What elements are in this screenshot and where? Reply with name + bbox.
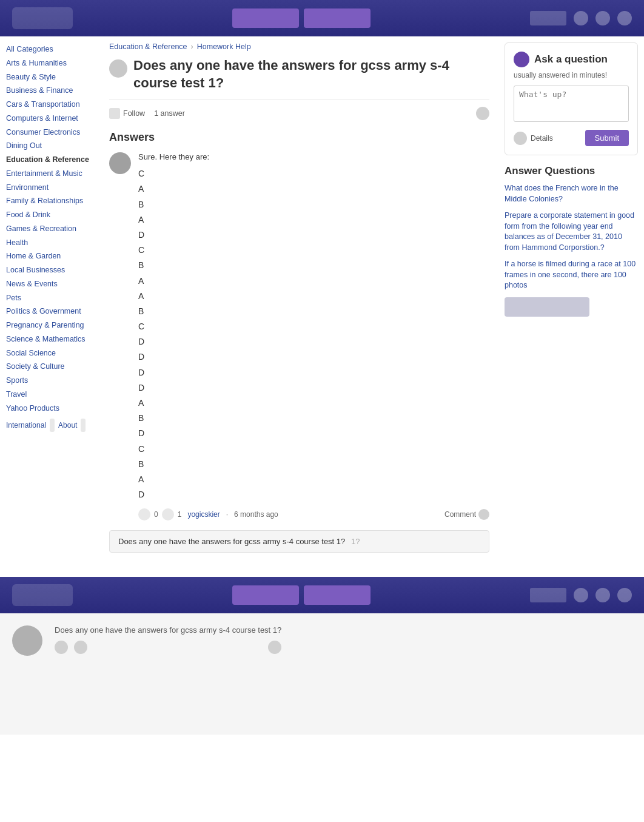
footer-btn1[interactable] [232, 585, 299, 605]
sidebar-item-beauty[interactable]: Beauty & Style [6, 70, 94, 84]
answer-questions-title: Answer Questions [505, 165, 638, 177]
related-question: Does any one have the answers for gcss a… [109, 530, 489, 553]
submit-button[interactable]: Submit [585, 130, 629, 146]
sidebar-item-dining[interactable]: Dining Out [6, 139, 94, 153]
sidebar-item-social[interactable]: Social Science [6, 346, 94, 360]
sidebar-item-cars[interactable]: Cars & Transportation [6, 98, 94, 112]
main-content: Education & Reference › Homework Help Do… [100, 42, 498, 553]
sidebar-item-consumer[interactable]: Consumer Electronics [6, 126, 94, 140]
sidebar-item-entertainment[interactable]: Entertainment & Music [6, 167, 94, 181]
sidebar-item-health[interactable]: Health [6, 236, 94, 250]
sidebar-item-news[interactable]: News & Events [6, 277, 94, 291]
sidebar-item-pregnancy[interactable]: Pregnancy & Parenting [6, 318, 94, 332]
answer-question-link-2[interactable]: Prepare a corporate statement in good fo… [505, 211, 638, 253]
answer-intro: Sure. Here they are: [138, 152, 489, 161]
downvote-count: 1 [178, 510, 182, 519]
sidebar-item-games[interactable]: Games & Recreation [6, 222, 94, 236]
upvote-button[interactable] [138, 508, 150, 520]
sidebar-item-science[interactable]: Science & Mathematics [6, 332, 94, 346]
answerer-avatar [109, 152, 131, 174]
about-badge [81, 419, 86, 432]
sidebar-item-education[interactable]: Education & Reference [6, 153, 94, 167]
footer-right [530, 588, 632, 602]
sidebar-item-yahoo[interactable]: Yahoo Products [6, 402, 94, 416]
answer-author[interactable]: yogicskier [187, 510, 220, 519]
sidebar-item-family[interactable]: Family & Relationships [6, 194, 94, 208]
international-badge [50, 419, 55, 432]
downvote-button[interactable] [162, 508, 174, 520]
sidebar-item-arts[interactable]: Arts & Humanities [6, 56, 94, 70]
sidebar-item-local[interactable]: Local Businesses [6, 263, 94, 277]
footer-btn2[interactable] [304, 585, 371, 605]
answer-item: Sure. Here they are: CABADCBAABCDDDDABDC… [109, 152, 489, 520]
ask-box: Ask a question usually answered in minut… [505, 42, 638, 155]
sidebar-about[interactable]: About [58, 419, 77, 432]
header-icon-2[interactable] [595, 11, 610, 25]
upvote-count: 0 [154, 510, 158, 519]
sidebar-item-computers[interactable]: Computers & Internet [6, 112, 94, 126]
signin-button[interactable] [232, 8, 299, 28]
sidebar-item-business[interactable]: Business & Finance [6, 84, 94, 98]
answer-questions-box: Answer Questions What does the French wo… [505, 165, 638, 317]
question-header: Does any one have the answers for gcss a… [109, 57, 489, 99]
ask-footer: Details Submit [514, 130, 629, 146]
header-icon-3[interactable] [617, 11, 632, 25]
sidebar-item-sports[interactable]: Sports [6, 374, 94, 388]
follow-icon [109, 108, 120, 119]
sidebar-bottom: International About [6, 419, 94, 432]
footer-icon-3[interactable] [617, 588, 632, 602]
answer-time: · [226, 510, 228, 519]
header-icon-1[interactable] [574, 11, 588, 25]
ask-icon [514, 52, 529, 67]
footer-logo [12, 584, 73, 606]
related-question-text: Does any one have the answers for gcss a… [118, 537, 345, 546]
ask-details-icon [514, 132, 527, 145]
footer-content: Does any one have the answers for gcss a… [12, 625, 632, 656]
page-container: All Categories Arts & Humanities Beauty … [0, 36, 644, 553]
footer-vote-2[interactable] [74, 641, 87, 654]
answers-section: Answers Sure. Here they are: CABADCBAABC… [109, 131, 489, 520]
sidebar-item-food[interactable]: Food & Drink [6, 208, 94, 222]
footer-question-text: Does any one have the answers for gcss a… [55, 625, 281, 635]
sidebar-item-all-categories[interactable]: All Categories [6, 42, 94, 56]
sidebar-item-politics[interactable]: Politics & Government [6, 305, 94, 318]
related-question-suffix: 1? [351, 537, 360, 546]
footer-icon-2[interactable] [595, 588, 610, 602]
signup-button[interactable] [304, 8, 371, 28]
header-logo [12, 7, 73, 29]
question-actions: Follow 1 answer [109, 107, 489, 120]
comment-icon[interactable] [478, 509, 489, 520]
sidebar-item-travel[interactable]: Travel [6, 388, 94, 402]
breadcrumb-sep-1: › [191, 42, 193, 51]
footer-icon-1[interactable] [574, 588, 588, 602]
footer-vote-1[interactable] [55, 641, 68, 654]
vote-section: 0 1 [138, 508, 181, 520]
header-text [530, 11, 566, 25]
follow-button[interactable]: Follow [109, 108, 145, 119]
breadcrumb-homework[interactable]: Homework Help [197, 42, 251, 51]
sidebar: All Categories Arts & Humanities Beauty … [0, 42, 100, 553]
footer-share-icon[interactable] [268, 641, 281, 654]
footer-avatar [12, 625, 42, 656]
footer-center [232, 585, 371, 605]
answer-timestamp: 6 months ago [234, 510, 278, 519]
footer-header [0, 577, 644, 613]
answer-question-link-1[interactable]: What does the French wore in the Middle … [505, 183, 638, 204]
answer-question-link-3[interactable]: If a horse is filmed during a race at 10… [505, 259, 638, 291]
share-icon[interactable] [476, 107, 489, 120]
footer-section: Does any one have the answers for gcss a… [0, 613, 644, 735]
sidebar-item-home[interactable]: Home & Garden [6, 249, 94, 263]
sidebar-item-environment[interactable]: Environment [6, 181, 94, 195]
sidebar-item-pets[interactable]: Pets [6, 291, 94, 305]
breadcrumb-education[interactable]: Education & Reference [109, 42, 187, 51]
answer-list: CABADCBAABCDDDDABDCBAD [138, 166, 489, 502]
breadcrumb: Education & Reference › Homework Help [109, 42, 489, 51]
sidebar-item-society[interactable]: Society & Culture [6, 360, 94, 374]
sidebar-international[interactable]: International [6, 419, 46, 432]
ask-input[interactable] [514, 86, 629, 122]
answer-meta: 0 1 yogicskier · 6 months ago Comment [138, 508, 489, 520]
footer-question-area: Does any one have the answers for gcss a… [55, 625, 281, 656]
footer-votes [55, 641, 281, 654]
ask-title: Ask a question [534, 53, 608, 66]
right-sidebar: Ask a question usually answered in minut… [498, 42, 644, 553]
